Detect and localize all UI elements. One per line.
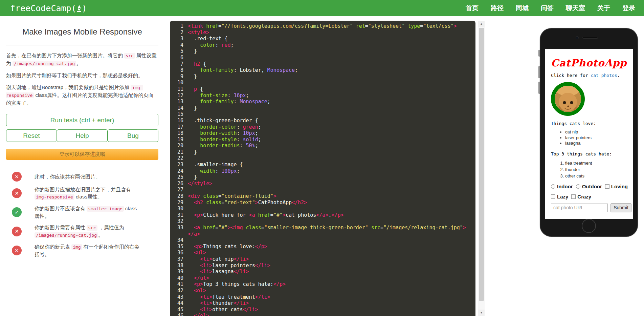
bug-button[interactable]: Bug [108,129,158,142]
scroll-up-arrow-icon[interactable]: ▲ [478,21,485,27]
nav-item-signin[interactable]: 登录 [622,4,635,13]
code-editor[interactable]: 1<link href="//fonts.googleapis.com/css?… [170,21,475,316]
line-number: 2 [170,29,183,36]
code-text: <p>Things cats love:</p> [188,244,267,250]
line-number: 5 [170,48,183,55]
login-save-progress-button[interactable]: 登录可以保存进度哦 [6,149,158,160]
code-text: <li>lasagna</li> [188,269,249,275]
crazy-label: Crazy [577,194,591,199]
help-button[interactable]: Help [57,129,108,142]
line-number: 41 [170,281,183,288]
nav-item-about[interactable]: 关于 [597,4,610,13]
app-intro: Click here for cat photos. [551,73,633,78]
code-text: <a href="#"><img class="smaller-image th… [188,225,466,231]
scroll-down-arrow-icon[interactable]: ▼ [478,310,485,316]
line-number: 3 [170,36,183,42]
indoor-radio[interactable] [551,184,555,189]
code-line: 37 <li>cat nip</li> [170,256,475,262]
outdoor-radio[interactable] [576,184,580,189]
code-text: <li>thunder</li> [188,300,249,307]
code-text: border-color: green; [188,124,261,130]
text-run: 此时，你应该共有两张图片。 [35,174,101,180]
code-line: 25 } [170,174,475,181]
line-number: 12 [170,92,183,99]
text-run: 。 [98,232,103,238]
cross-icon: ✕ [12,172,22,182]
preview-screen: CatPhotoApp Click here for cat photos. T… [545,49,633,219]
top-navbar: freeCodeCamp( ) 首页路径同城问答聊天室关于登录 [0,0,644,16]
scrollbar-thumb[interactable] [479,28,484,301]
inline-code: /images/running-cat.jpg [35,232,98,238]
inline-code: smaller-image [87,206,124,212]
code-line: 20 border-radius: 50%; [170,143,475,149]
freecodecamp-logo[interactable]: freeCodeCamp( ) [10,4,87,13]
code-text: <ol> [188,288,206,294]
code-line: 28<div class="container-fluid"> [170,193,475,199]
submit-button[interactable]: Submit [610,203,631,212]
code-line: 29 <h2 class="red-text">CatPhotoApp</h2> [170,199,475,206]
inline-code: /images/running-cat.jpg [13,61,76,66]
line-number: 43 [170,294,183,300]
test-item: ✕你的新图片应摆放在旧图片之下，并且含有 img-responsive clas… [6,186,158,201]
code-text: } [188,48,197,55]
code-text: <li>flea treatment</li> [188,294,270,300]
line-number: 40 [170,275,183,281]
loving-checkbox[interactable] [605,184,609,189]
editor-scrollbar[interactable]: ▲ ▼ [478,21,485,316]
nav-item-home[interactable]: 首页 [466,4,479,13]
code-text: <p>Click here for <a href="#">cat photos… [188,212,344,218]
cat-photo[interactable] [551,82,585,116]
code-line: 6 [170,55,475,61]
text-run: 你的新图片不应该含有 [35,206,87,211]
code-line: 26</style> [170,181,475,187]
reset-button[interactable]: Reset [6,129,57,142]
photo-url-form: Submit [551,203,633,212]
indoor-label: Indoor [557,184,573,189]
text-run: 如果图片的尺寸刚好等于我们手机的尺寸，那想必是极好的。 [6,72,143,78]
line-number: 20 [170,143,183,149]
lazy-checkbox[interactable] [551,194,555,199]
phone-speaker [582,37,598,39]
code-line: 11 p { [170,86,475,92]
inline-code: src [124,53,135,59]
line-number: 4 [170,42,183,48]
code-text: <link href="//fonts.googleapis.com/css?f… [188,23,457,29]
code-line: 1<link href="//fonts.googleapis.com/css?… [170,23,475,29]
cross-icon: ✕ [12,246,22,255]
code-text: <p>Top 3 things cats hate:</p> [188,281,286,288]
code-text: border-radius: 50%; [188,143,258,149]
nav-item-map[interactable]: 路径 [491,4,504,13]
inline-code: img-responsive [35,194,74,200]
code-line: 32 [170,218,475,225]
text-run: 谢天谢地，通过Bootstrap，我们要做的只是给图片添加 [6,84,131,90]
code-line: 8 font-family: Lobster, Monospace; [170,67,475,73]
code-text: } [188,149,197,155]
nav-item-city[interactable]: 同城 [516,4,529,13]
line-number: 1 [170,23,183,29]
phone-mute-switch [538,50,540,57]
test-text: 你的新图片不应该含有 smaller-image class属性。 [35,205,141,219]
code-text: border-style: solid; [188,136,261,143]
code-text: h2 { [188,61,206,67]
line-number: 31 [170,212,183,218]
nav-item-qa[interactable]: 问答 [541,4,554,13]
line-number: 17 [170,124,183,130]
code-line: 12 font-size: 16px; [170,92,475,99]
love-heading: Things cats love: [551,121,633,126]
run-tests-button[interactable]: Run tests (ctrl + enter) [6,114,158,126]
test-text: 你的新图片应摆放在旧图片之下，并且含有 img-responsive class… [35,186,141,201]
nav-item-chat[interactable]: 聊天室 [566,4,585,13]
line-number: 29 [170,199,183,206]
code-line: 10 [170,80,475,86]
love-list: cat niplaser pointerslasagna [551,129,633,146]
line-number: 13 [170,99,183,105]
text-run: 你的新图片需要有属性 [35,225,87,230]
code-line: </a> [170,231,475,237]
controls-row-2: LazyCrazy [551,194,633,199]
test-results: ✕此时，你应该共有两张图片。✕你的新图片应摆放在旧图片之下，并且含有 img-r… [6,172,158,258]
crazy-checkbox[interactable] [571,194,576,199]
cat-photos-link[interactable]: cat photos [591,73,617,78]
line-number: 32 [170,218,183,225]
text-run: class属性。 [74,194,103,199]
cat-photo-url-input[interactable] [551,204,608,212]
